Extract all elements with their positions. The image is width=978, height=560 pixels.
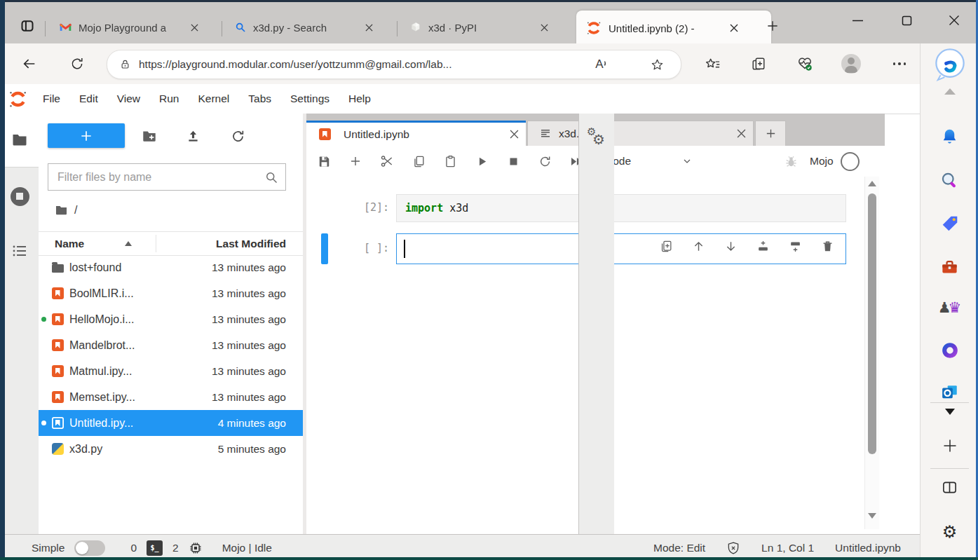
settings-more-button[interactable]	[888, 53, 911, 75]
column-header-name[interactable]: Name	[55, 238, 84, 250]
copy-cells-button[interactable]	[408, 151, 429, 172]
read-aloud-button[interactable]: A	[592, 57, 612, 71]
menu-run[interactable]: Run	[159, 93, 179, 105]
window-close-button[interactable]	[938, 8, 970, 33]
property-inspector-tab-button[interactable]: ⚙ ⚙	[586, 129, 607, 150]
outlook-button[interactable]	[921, 383, 978, 402]
file-row[interactable]: x3d.py5 minutes ago	[39, 436, 303, 462]
dock-tab-script[interactable]: x3d.py	[527, 121, 754, 146]
new-tab-button[interactable]	[761, 15, 784, 37]
tab-close-button[interactable]	[186, 20, 202, 35]
move-cell-up-button[interactable]	[692, 240, 705, 253]
url-text[interactable]: https://playground.modular.com/user/yott…	[139, 58, 451, 71]
restart-kernel-button[interactable]	[534, 151, 555, 172]
insert-cell-button[interactable]	[345, 151, 366, 172]
address-bar[interactable]: https://playground.modular.com/user/yott…	[107, 50, 681, 79]
terminals-count[interactable]: 0	[130, 542, 137, 554]
move-cell-down-button[interactable]	[724, 240, 738, 253]
tools-button[interactable]	[921, 258, 978, 277]
refresh-file-list-button[interactable]	[226, 125, 249, 147]
dock-tab-close-button[interactable]	[733, 126, 749, 142]
menu-tabs[interactable]: Tabs	[248, 93, 271, 105]
new-folder-button[interactable]	[138, 125, 161, 147]
file-row[interactable]: Matmul.ipy...13 minutes ago	[39, 358, 303, 384]
sidebar-settings-button[interactable]: ⚙	[921, 522, 978, 542]
kernel-chip-icon[interactable]	[189, 541, 203, 555]
tab-close-button[interactable]	[361, 20, 376, 35]
favorite-star-button[interactable]	[648, 58, 665, 71]
collections-button[interactable]	[747, 53, 770, 75]
cell-editor-active[interactable]	[396, 233, 846, 264]
menu-file[interactable]: File	[43, 93, 60, 105]
run-cell-button[interactable]	[471, 151, 492, 172]
kernel-name-button[interactable]: Mojo	[810, 155, 834, 168]
customize-sidebar-add-button[interactable]	[921, 437, 978, 454]
running-kernels-tab-button[interactable]	[9, 186, 30, 207]
shopping-button[interactable]	[921, 214, 978, 233]
window-minimize-button[interactable]	[841, 8, 874, 33]
table-of-contents-tab-button[interactable]	[9, 240, 30, 261]
dock-tab-notebook-active[interactable]: Untitled.ipynb	[306, 121, 526, 146]
file-row[interactable]: HelloMojo.i...13 minutes ago	[39, 306, 303, 332]
paste-cells-button[interactable]	[440, 151, 461, 172]
browser-tab-mojo-playground[interactable]: Mojo Playground a	[50, 12, 228, 43]
file-row[interactable]: lost+found13 minutes ago	[39, 254, 303, 280]
insert-cell-above-button[interactable]	[756, 240, 770, 253]
statusbar-filename[interactable]: Untitled.ipynb	[835, 542, 901, 554]
cell-editor[interactable]: import x3d	[396, 194, 846, 222]
duplicate-cell-button[interactable]	[660, 240, 673, 253]
breadcrumb-root[interactable]: /	[74, 204, 77, 217]
back-button[interactable]	[18, 53, 41, 75]
notifications-button[interactable]	[921, 128, 978, 146]
refresh-button[interactable]	[66, 53, 88, 75]
tab-close-button[interactable]	[726, 20, 742, 36]
menu-settings[interactable]: Settings	[290, 93, 330, 105]
kernel-status-icon[interactable]	[841, 152, 860, 171]
menu-kernel[interactable]: Kernel	[198, 93, 229, 105]
browser-tab-notebook-active[interactable]: Untitled.ipynb (2) -	[576, 11, 771, 46]
filter-files-input[interactable]	[56, 164, 262, 190]
save-button[interactable]	[313, 151, 334, 172]
upload-files-button[interactable]	[182, 125, 204, 147]
tab-close-button[interactable]	[536, 20, 552, 35]
file-row[interactable]: Mandelbrot...13 minutes ago	[39, 332, 303, 358]
interrupt-kernel-button[interactable]	[503, 151, 524, 172]
command-mode-indicator[interactable]: Mode: Edit	[653, 542, 705, 554]
new-launcher-button[interactable]	[48, 123, 125, 148]
sidebar-collapse-button[interactable]	[921, 88, 978, 95]
home-folder-icon[interactable]	[55, 203, 68, 217]
cut-cells-button[interactable]	[376, 151, 398, 172]
menu-view[interactable]: View	[117, 93, 140, 105]
kernel-status-text[interactable]: Mojo | Idle	[222, 542, 272, 554]
file-row[interactable]: Untitled.ipy...4 minutes ago	[39, 410, 303, 436]
browser-tab-search[interactable]: x3d.py - Search	[226, 12, 403, 43]
debugger-button[interactable]	[780, 151, 801, 172]
insert-cell-below-button[interactable]	[789, 240, 802, 253]
trust-shield-icon[interactable]	[726, 541, 740, 555]
profile-button[interactable]	[840, 53, 862, 75]
menu-edit[interactable]: Edit	[79, 93, 98, 105]
sidebar-overflow-button[interactable]	[921, 409, 978, 415]
delete-cell-button[interactable]	[821, 240, 834, 253]
terminal-icon[interactable]: $_	[147, 540, 163, 556]
window-maximize-button[interactable]	[890, 8, 923, 33]
microsoft-365-button[interactable]	[921, 341, 978, 360]
notebook-scrollbar[interactable]	[864, 177, 879, 529]
favorites-button[interactable]	[701, 53, 724, 75]
split-screen-button[interactable]	[921, 479, 978, 496]
simple-mode-toggle[interactable]	[74, 540, 105, 556]
tab-actions-menu-button[interactable]	[17, 15, 38, 36]
dock-tab-close-button[interactable]	[506, 127, 522, 142]
menu-help[interactable]: Help	[348, 93, 371, 105]
scroll-up-arrow-icon[interactable]	[868, 181, 876, 186]
scrollbar-thumb[interactable]	[868, 193, 876, 454]
chevron-down-icon[interactable]	[681, 156, 693, 167]
file-row[interactable]: BoolMLIR.i...13 minutes ago	[39, 280, 303, 306]
file-browser-tab-button[interactable]	[9, 129, 30, 150]
new-dock-tab-button[interactable]	[755, 121, 786, 146]
column-header-modified[interactable]: Last Modified	[216, 238, 286, 250]
scroll-down-arrow-icon[interactable]	[868, 513, 876, 519]
file-row[interactable]: Memset.ipy...13 minutes ago	[39, 384, 303, 410]
games-button[interactable]: ♟♛	[921, 299, 978, 316]
bing-chat-button[interactable]	[921, 48, 978, 81]
